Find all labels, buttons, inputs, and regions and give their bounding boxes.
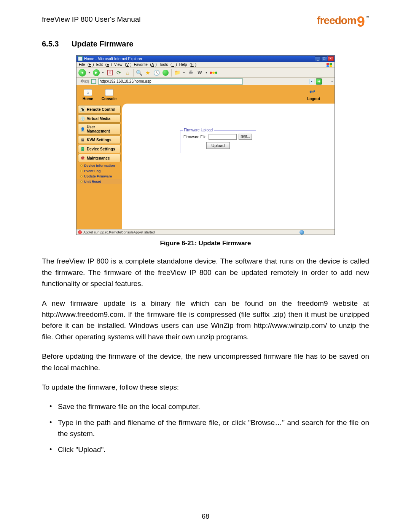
page-number: 68 bbox=[0, 513, 411, 521]
logo-word: freedom bbox=[317, 15, 356, 26]
list-item: Save the firmware file on the local comp… bbox=[49, 401, 369, 412]
kvm-settings-icon: 🖥 bbox=[80, 137, 85, 142]
sidebar-item-device-settings[interactable]: 🗄 Device Settings bbox=[78, 145, 121, 153]
upload-button[interactable]: Upload bbox=[206, 142, 230, 149]
menu-help[interactable]: Help (H) bbox=[179, 62, 196, 67]
menubar: File (F) Edit (E) View (V) Favorite (A) … bbox=[76, 62, 335, 68]
section-title: Update Firmware bbox=[72, 40, 133, 48]
address-bar: �ική http://192.168.10.23/home.asp ▾ ➜ » bbox=[76, 78, 335, 85]
media-button[interactable] bbox=[162, 69, 169, 77]
sidebar-item-virtual-media[interactable]: 💿 Virtual Media bbox=[78, 114, 121, 123]
refresh-button[interactable]: ⟳ bbox=[115, 69, 123, 77]
close-button[interactable]: × bbox=[328, 56, 334, 61]
page-icon bbox=[78, 56, 83, 61]
remote-control-icon: 🖱 bbox=[80, 107, 85, 112]
section-number: 6.5.3 bbox=[42, 40, 59, 48]
favorites-button[interactable]: ★ bbox=[144, 69, 152, 77]
bullet-icon bbox=[80, 175, 83, 177]
firmware-file-input[interactable] bbox=[209, 134, 237, 140]
java-icon bbox=[78, 230, 82, 234]
window-titlebar: Home - Microsoft Internet Explorer _ □ × bbox=[76, 56, 335, 62]
paragraph-4: To update the firmware, follow these ste… bbox=[42, 382, 369, 393]
toolbar-separator bbox=[133, 69, 134, 77]
browse-button[interactable]: 瀏覽... bbox=[239, 134, 252, 140]
virtual-media-icon: 💿 bbox=[80, 116, 85, 121]
edit-button[interactable]: W bbox=[196, 69, 204, 77]
steps-list: Save the firmware file on the local comp… bbox=[42, 401, 369, 455]
home-button[interactable]: ⌂ bbox=[124, 69, 131, 77]
toolbar-separator bbox=[171, 69, 172, 77]
section-heading: 6.5.3 Update Firmware bbox=[42, 40, 369, 48]
menu-view[interactable]: View (V) bbox=[114, 62, 132, 67]
nav-logout[interactable]: ↩ Logout bbox=[307, 89, 320, 101]
address-label-icon: �ική bbox=[80, 79, 89, 83]
nav-home[interactable]: ⌂ Home bbox=[83, 89, 93, 101]
print-button[interactable]: 🖶 bbox=[187, 69, 195, 77]
status-bar: Applet sun.pp.rc.RemoteConsoleApplet sta… bbox=[76, 229, 335, 235]
maintenance-icon: 🛠 bbox=[80, 155, 85, 161]
paragraph-2: A new firmware update is a binary file w… bbox=[42, 298, 369, 343]
logout-icon: ↩ bbox=[309, 89, 318, 96]
minimize-button[interactable]: _ bbox=[315, 56, 321, 61]
page-body: ⌂ Home Console ↩ Logout 🖱 Remote Control… bbox=[76, 85, 335, 229]
sidebar-item-kvm-settings[interactable]: 🖥 KVM Settings bbox=[78, 136, 121, 144]
address-input[interactable]: http://192.168.10.23/home.asp bbox=[98, 78, 243, 85]
sidebar: 🖱 Remote Control 💿 Virtual Media 👤 User … bbox=[76, 104, 122, 229]
firmware-upload-fieldset: Firmware Upload Firmware File 瀏覽... Uplo… bbox=[180, 130, 256, 153]
folder-dropdown[interactable]: ▼ bbox=[183, 71, 185, 74]
bullet-icon bbox=[80, 170, 83, 172]
forward-button[interactable]: ► bbox=[92, 69, 100, 77]
bullet-icon bbox=[80, 165, 83, 167]
page-icon bbox=[91, 79, 96, 84]
status-text: Applet sun.pp.rc.RemoteConsoleApplet sta… bbox=[83, 230, 155, 234]
stop-button[interactable]: × bbox=[106, 69, 114, 77]
nav-console[interactable]: Console bbox=[102, 89, 116, 101]
figure-caption: Figure 6-21: Update Firmware bbox=[42, 240, 369, 247]
logo: freedom 9 ™ bbox=[317, 15, 369, 28]
menu-tools[interactable]: Tools (T) bbox=[159, 62, 177, 67]
trademark-symbol: ™ bbox=[365, 15, 369, 19]
sidebar-sub-device-information[interactable]: Device Information bbox=[76, 163, 122, 168]
messenger-button[interactable] bbox=[210, 69, 217, 77]
menu-edit[interactable]: Edit (E) bbox=[96, 62, 112, 67]
paragraph-1: The freeView IP 800 is a complete standa… bbox=[42, 256, 369, 289]
maximize-button[interactable]: □ bbox=[321, 56, 327, 61]
back-button[interactable]: ◄ bbox=[78, 69, 86, 77]
window-title: Home - Microsoft Internet Explorer bbox=[84, 57, 142, 61]
screenshot-figure: Home - Microsoft Internet Explorer _ □ ×… bbox=[76, 55, 335, 235]
sidebar-sub-event-log[interactable]: Event Log bbox=[76, 168, 122, 174]
search-button[interactable]: 🔍 bbox=[135, 69, 143, 77]
forward-dropdown[interactable]: ▼ bbox=[102, 71, 104, 74]
sidebar-item-user-management[interactable]: 👤 User Management bbox=[78, 123, 121, 135]
user-management-icon: 👤 bbox=[80, 126, 85, 132]
list-item: Type in the path and filename of the fir… bbox=[49, 417, 369, 439]
sidebar-sub-update-firmware[interactable]: Update Firmware bbox=[76, 174, 122, 179]
bullet-icon bbox=[80, 181, 83, 183]
internet-zone-icon bbox=[299, 230, 304, 235]
paragraph-3: Before updating the firmware of the devi… bbox=[42, 351, 369, 373]
toolbar-overflow-icon[interactable]: » bbox=[331, 80, 332, 83]
list-item: Click "Upload". bbox=[49, 444, 369, 455]
sidebar-item-maintenance[interactable]: 🛠 Maintenance bbox=[78, 154, 121, 162]
firmware-file-label: Firmware File bbox=[183, 135, 207, 139]
main-panel: Firmware Upload Firmware File 瀏覽... Uplo… bbox=[122, 104, 335, 229]
history-button[interactable]: 🕓 bbox=[153, 69, 161, 77]
doc-header-title: freeView IP 800 User's Manual bbox=[42, 15, 141, 24]
sidebar-item-remote-control[interactable]: 🖱 Remote Control bbox=[78, 105, 121, 113]
sidebar-sub-unit-reset[interactable]: Unit Reset bbox=[76, 179, 122, 184]
back-dropdown[interactable]: ▼ bbox=[88, 71, 91, 74]
menu-file[interactable]: File (F) bbox=[79, 62, 94, 67]
console-icon bbox=[105, 89, 113, 96]
toolbar: ◄ ▼ ► ▼ × ⟳ ⌂ 🔍 ★ 🕓 📁 ▼ 🖶 W ▼ bbox=[76, 68, 335, 78]
menu-favorite[interactable]: Favorite (A) bbox=[134, 62, 157, 67]
go-button[interactable]: ➜ bbox=[316, 78, 322, 85]
device-settings-icon: 🗄 bbox=[80, 146, 85, 152]
address-dropdown[interactable]: ▾ bbox=[309, 79, 314, 84]
folder-button[interactable]: 📁 bbox=[174, 69, 181, 77]
edit-dropdown[interactable]: ▼ bbox=[205, 71, 208, 74]
windows-flag-icon bbox=[326, 62, 333, 67]
logo-digit: 9 bbox=[357, 15, 365, 28]
home-icon: ⌂ bbox=[84, 89, 92, 96]
firmware-legend: Firmware Upload bbox=[183, 128, 214, 132]
